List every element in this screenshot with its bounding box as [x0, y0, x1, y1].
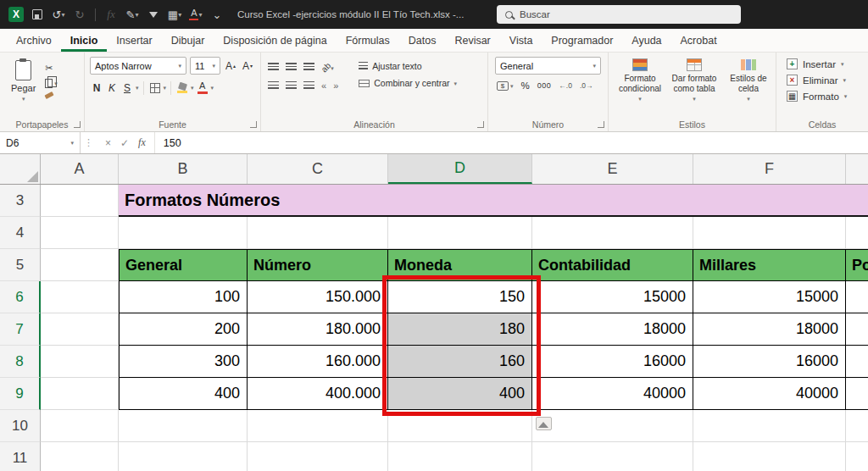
- decrease-font-button[interactable]: A▾: [241, 58, 254, 74]
- cell-C6[interactable]: 150.000: [248, 281, 388, 313]
- cell-G5[interactable]: Po: [846, 249, 868, 281]
- tab-archivo[interactable]: Archivo: [7, 29, 61, 52]
- accounting-format-button[interactable]: $▾: [497, 81, 514, 91]
- copy-button[interactable]: ▾: [45, 79, 58, 88]
- align-top-icon[interactable]: [268, 63, 279, 71]
- tab-programador[interactable]: Programador: [542, 29, 622, 52]
- row-header-9[interactable]: 9: [0, 378, 41, 410]
- cell-G10[interactable]: [846, 410, 868, 442]
- cell-A9[interactable]: [41, 378, 119, 410]
- cell-B5[interactable]: General: [119, 249, 248, 281]
- search-box[interactable]: Buscar: [497, 5, 741, 24]
- cell-A5[interactable]: [41, 249, 119, 281]
- cell-E5[interactable]: Contabilidad: [532, 249, 693, 281]
- cell-E4[interactable]: [532, 217, 693, 249]
- delete-cells-button[interactable]: × Eliminar ▾: [787, 75, 847, 86]
- cell-A10[interactable]: [41, 410, 119, 442]
- borders-button[interactable]: [148, 80, 162, 96]
- wrap-text-button[interactable]: Ajustar texto: [359, 61, 457, 71]
- cell-F11[interactable]: [693, 442, 846, 471]
- cell-C9[interactable]: 400.000: [248, 378, 388, 410]
- conditional-formatting-button[interactable]: Formato condicional ▾: [614, 58, 666, 102]
- cell-B6[interactable]: 100: [119, 281, 248, 313]
- column-header-D[interactable]: D: [388, 154, 532, 184]
- row-header-4[interactable]: 4: [0, 217, 41, 249]
- cell-E8[interactable]: 16000: [532, 346, 693, 378]
- cell-G6[interactable]: [846, 281, 868, 313]
- format-painter-button[interactable]: [45, 93, 58, 97]
- percent-style-button[interactable]: %: [521, 80, 530, 91]
- cell-D8[interactable]: 160: [388, 346, 532, 378]
- cell-C8[interactable]: 160.000: [248, 346, 388, 378]
- cell-B7[interactable]: 200: [119, 313, 248, 346]
- image-smart-tag-icon[interactable]: [536, 417, 552, 430]
- cell-styles-button[interactable]: Estilos de celda ▾: [722, 58, 775, 102]
- cell-C5[interactable]: Número: [248, 249, 388, 281]
- insert-function-button[interactable]: fx: [103, 6, 119, 23]
- borders-button-qat[interactable]: ▦▾: [167, 6, 182, 23]
- cell-F8[interactable]: 16000: [693, 346, 846, 378]
- cell-B10[interactable]: [119, 410, 248, 442]
- cell-F4[interactable]: [693, 217, 846, 249]
- row-header-8[interactable]: 8: [0, 346, 41, 378]
- font-color-button[interactable]: A: [196, 80, 209, 96]
- excel-logo-icon[interactable]: X: [8, 7, 24, 22]
- increase-indent-icon[interactable]: »: [333, 80, 338, 91]
- cell-D9[interactable]: 400: [388, 378, 532, 410]
- cell-F10[interactable]: [693, 410, 846, 442]
- cell-G11[interactable]: [846, 442, 868, 471]
- font-color-button-qat[interactable]: A▾: [188, 6, 203, 23]
- tab-revisar[interactable]: Revisar: [445, 29, 499, 52]
- column-header-G[interactable]: [846, 154, 868, 184]
- filter-button[interactable]: [146, 6, 161, 23]
- row-header-5[interactable]: 5: [0, 249, 41, 281]
- insert-cells-button[interactable]: + Insertar ▾: [787, 58, 847, 69]
- dialog-launcher-icon[interactable]: [74, 121, 81, 128]
- underline-button[interactable]: S: [120, 80, 134, 96]
- tab-acrobat[interactable]: Acrobat: [671, 29, 726, 52]
- column-header-F[interactable]: F: [693, 154, 846, 184]
- cell-D11[interactable]: [388, 442, 532, 471]
- tab-formulas[interactable]: Fórmulas: [337, 29, 399, 52]
- cell-G8[interactable]: [846, 346, 868, 378]
- cell-D7[interactable]: 180: [388, 313, 532, 346]
- cell-A11[interactable]: [41, 442, 119, 471]
- cell-F7[interactable]: 18000: [693, 313, 846, 346]
- cell-A7[interactable]: [41, 313, 119, 346]
- tab-insertar[interactable]: Insertar: [107, 29, 161, 52]
- decrease-decimal-button[interactable]: .0→: [580, 81, 593, 90]
- decrease-indent-icon[interactable]: «: [321, 80, 326, 91]
- column-header-C[interactable]: C: [248, 154, 388, 184]
- cell-F6[interactable]: 15000: [693, 281, 846, 313]
- increase-font-button[interactable]: A▴: [224, 58, 237, 74]
- align-center-icon[interactable]: [286, 81, 297, 90]
- cell-C4[interactable]: [248, 217, 388, 249]
- cut-button[interactable]: ✂: [45, 63, 58, 74]
- cell-F5[interactable]: Millares: [693, 249, 846, 281]
- cell-B4[interactable]: [119, 217, 248, 249]
- tab-dibujar[interactable]: Dibujar: [162, 29, 214, 52]
- row-header-7[interactable]: 7: [0, 313, 41, 346]
- cell-B8[interactable]: 300: [119, 346, 248, 378]
- cell-E11[interactable]: [532, 442, 693, 471]
- column-header-A[interactable]: A: [41, 154, 119, 184]
- row-header-11[interactable]: 11: [0, 442, 41, 471]
- cell-A8[interactable]: [41, 346, 119, 378]
- cell-B11[interactable]: [119, 442, 248, 471]
- cell-C10[interactable]: [248, 410, 388, 442]
- row-header-3[interactable]: 3: [0, 185, 41, 217]
- merge-center-button[interactable]: Combinar y centrar ▾: [359, 78, 457, 88]
- comma-style-button[interactable]: 000: [537, 81, 552, 90]
- dialog-launcher-icon[interactable]: [477, 121, 484, 128]
- save-button[interactable]: [30, 6, 45, 23]
- cell-G9[interactable]: [846, 378, 868, 410]
- font-name-combo[interactable]: Aptos Narrow▾: [90, 57, 186, 75]
- undo-button[interactable]: ↺▾: [51, 6, 66, 23]
- confirm-entry-button[interactable]: ✓: [120, 137, 129, 149]
- align-right-icon[interactable]: [303, 81, 314, 90]
- font-size-combo[interactable]: 11▾: [190, 57, 220, 75]
- customize-qat-button[interactable]: ⌄: [209, 6, 225, 23]
- column-header-E[interactable]: E: [532, 154, 693, 184]
- increase-decimal-button[interactable]: ←.0: [559, 81, 572, 90]
- format-painter-button-qat[interactable]: ✎▾: [125, 6, 140, 23]
